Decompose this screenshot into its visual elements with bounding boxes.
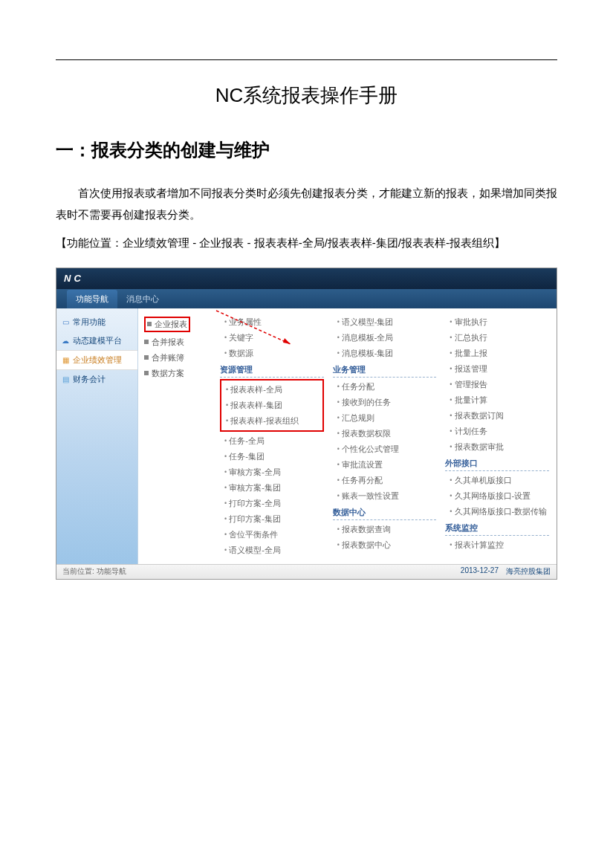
menu-link[interactable]: 业务属性 (220, 314, 324, 330)
menu-heading-external: 外部接口 (445, 456, 549, 471)
tab-messages[interactable]: 消息中心 (117, 290, 168, 308)
menu-heading-business: 业务管理 (333, 363, 437, 378)
app-header: NC (56, 268, 557, 289)
menu-link[interactable]: 报送管理 (445, 361, 549, 377)
section-heading: 一：报表分类的创建与维护 (56, 138, 557, 162)
menu-link[interactable]: 消息模板-全局 (333, 330, 437, 346)
function-location: 【功能位置：企业绩效管理 - 企业报表 - 报表表样-全局/报表表样-集团/报表… (56, 233, 557, 254)
tree-label: 数据方案 (152, 368, 184, 379)
menu-link[interactable]: 接收到的任务 (333, 395, 437, 410)
tab-nav[interactable]: 功能导航 (67, 290, 117, 308)
bullet-icon (147, 322, 152, 326)
paragraph: 首次使用报表或者增加不同报表分类时必须先创建报表分类，才能建立新的报表，如果增加… (56, 183, 557, 225)
bullet-icon (144, 355, 149, 360)
highlight-box: 企业报表 (144, 317, 190, 332)
menu-link[interactable]: 关键字 (220, 330, 324, 346)
menu-heading-datacenter: 数据中心 (333, 505, 437, 520)
sidebar-item-performance[interactable]: ▦ 企业绩效管理 (56, 350, 137, 370)
menu-link[interactable]: 账表一致性设置 (333, 488, 437, 504)
monitor-icon: ▭ (61, 317, 70, 326)
menu-heading-resource: 资源管理 (220, 363, 324, 378)
sidebar-item-model[interactable]: ☁ 动态建模平台 (56, 331, 137, 350)
tree-item-merge-report[interactable]: 合并报表 (143, 334, 208, 350)
status-bar: 当前位置: 功能导航 2013-12-27 海亮控股集团 (56, 564, 557, 579)
sidebar: ▭ 常用功能 ☁ 动态建模平台 ▦ 企业绩效管理 ▤ 财务会计 (56, 308, 138, 564)
menu-link[interactable]: 报表数据权限 (333, 426, 437, 441)
tree-label: 企业报表 (155, 319, 187, 330)
menu-col-1: 业务属性 关键字 数据源 资源管理 报表表样-全局 报表表样-集团 报表表样-报… (215, 314, 328, 558)
menu-link[interactable]: 语义模型-全局 (220, 542, 324, 558)
menu-link[interactable]: 报表数据订阅 (445, 408, 549, 424)
sidebar-label: 财务会计 (73, 374, 106, 385)
menu-heading-monitor: 系统监控 (445, 521, 549, 536)
menu-link[interactable]: 审批执行 (445, 314, 549, 330)
sidebar-item-common[interactable]: ▭ 常用功能 (56, 313, 137, 331)
bullet-icon (144, 371, 149, 375)
menu-link[interactable]: 报表数据审批 (445, 439, 549, 455)
tree-item-merge-ledger[interactable]: 合并账簿 (143, 350, 208, 366)
sidebar-item-finance[interactable]: ▤ 财务会计 (56, 370, 137, 389)
menu-link[interactable]: 久其网络版接口-数据传输 (445, 504, 549, 519)
menu-link-report-org[interactable]: 报表表样-报表组织 (223, 413, 321, 429)
menu-link[interactable]: 管理报告 (445, 377, 549, 392)
menu-link[interactable]: 打印方案-集团 (220, 511, 324, 527)
menu-link[interactable]: 任务-集团 (220, 449, 324, 464)
sidebar-label: 企业绩效管理 (73, 354, 122, 366)
tree-column: 企业报表 合并报表 合并账簿 数据方案 (138, 308, 213, 564)
status-location: 当前位置: 功能导航 (62, 566, 126, 577)
sidebar-label: 动态建模平台 (73, 335, 122, 346)
tree-label: 合并账簿 (152, 352, 184, 363)
menu-link[interactable]: 报表计算监控 (445, 537, 549, 553)
menu-link[interactable]: 批量上报 (445, 346, 549, 361)
menu-link[interactable]: 消息模板-集团 (333, 346, 437, 361)
tree-item-data-plan[interactable]: 数据方案 (143, 366, 208, 381)
menu-link-report-group[interactable]: 报表表样-集团 (223, 398, 321, 413)
menu-link[interactable]: 久其网络版接口-设置 (445, 488, 549, 504)
sidebar-label: 常用功能 (73, 317, 106, 328)
app-screenshot: NC 功能导航 消息中心 ▭ 常用功能 ☁ 动态建模平台 ▦ 企业绩效管理 (56, 268, 557, 580)
horizontal-rule (56, 59, 557, 60)
tree-item-enterprise-report[interactable]: 企业报表 (143, 314, 208, 334)
menu-link[interactable]: 舍位平衡条件 (220, 527, 324, 542)
menu-columns: 业务属性 关键字 数据源 资源管理 报表表样-全局 报表表样-集团 报表表样-报… (213, 308, 557, 564)
bullet-icon (144, 340, 149, 344)
menu-link[interactable]: 报表数据查询 (333, 522, 437, 537)
document-title: NC系统报表操作手册 (56, 82, 557, 108)
menu-link[interactable]: 审核方案-集团 (220, 480, 324, 496)
document-icon: ▤ (61, 375, 70, 383)
menu-link[interactable]: 任务分配 (333, 379, 437, 395)
app-tabs: 功能导航 消息中心 (56, 289, 557, 308)
menu-link[interactable]: 久其单机版接口 (445, 473, 549, 488)
app-logo: NC (64, 273, 84, 284)
menu-link[interactable]: 数据源 (220, 346, 324, 361)
menu-link-report-global[interactable]: 报表表样-全局 (223, 382, 321, 398)
tree-label: 合并报表 (152, 337, 184, 348)
grid-icon: ▦ (61, 355, 70, 364)
menu-link[interactable]: 计划任务 (445, 424, 549, 439)
menu-col-3: 审批执行 汇总执行 批量上报 报送管理 管理报告 批量计算 报表数据订阅 计划任… (441, 314, 554, 558)
menu-link[interactable]: 语义模型-集团 (333, 314, 437, 330)
status-date: 2013-12-27 (461, 566, 499, 577)
menu-link[interactable]: 打印方案-全局 (220, 496, 324, 511)
menu-link[interactable]: 汇总执行 (445, 330, 549, 346)
menu-link[interactable]: 汇总规则 (333, 410, 437, 426)
highlight-box: 报表表样-全局 报表表样-集团 报表表样-报表组织 (220, 379, 324, 432)
menu-link[interactable]: 审批流设置 (333, 457, 437, 473)
menu-link[interactable]: 审核方案-全局 (220, 464, 324, 480)
cloud-icon: ☁ (61, 336, 70, 345)
menu-link[interactable]: 批量计算 (445, 392, 549, 408)
menu-col-2: 语义模型-集团 消息模板-全局 消息模板-集团 业务管理 任务分配 接收到的任务… (328, 314, 441, 558)
menu-link[interactable]: 任务再分配 (333, 473, 437, 488)
menu-link[interactable]: 报表数据中心 (333, 537, 437, 553)
menu-link[interactable]: 个性化公式管理 (333, 441, 437, 457)
menu-link[interactable]: 任务-全局 (220, 433, 324, 449)
status-org: 海亮控股集团 (506, 566, 551, 577)
